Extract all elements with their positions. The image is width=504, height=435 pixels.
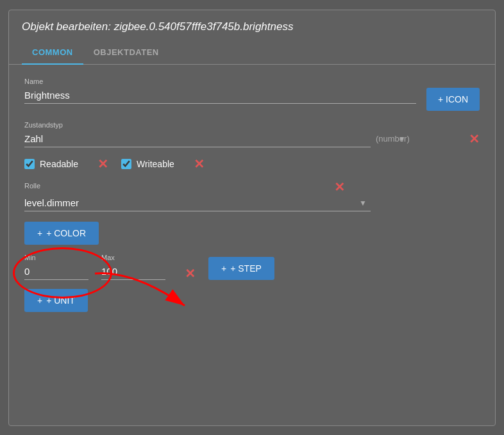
state-type-clear-icon[interactable]: ✕ (469, 133, 480, 145)
max-input[interactable] (101, 263, 165, 280)
readable-label: Readable (40, 159, 78, 169)
state-type-select-wrapper: Zahl Zeichenkette Boolean (number) ▼ (24, 131, 410, 147)
max-label: Max (101, 254, 165, 261)
step-plus-icon: + (221, 263, 226, 274)
title-prefix: Objekt bearbeiten: (22, 21, 114, 33)
tabs-container: COMMON OBJEKTDATEN (9, 41, 495, 65)
step-label: + STEP (230, 263, 262, 274)
tab-objektdaten[interactable]: OBJEKTDATEN (83, 41, 169, 64)
unit-btn-row: + + UNIT (24, 289, 480, 312)
color-plus-icon: + (37, 228, 42, 238)
max-field: Max (101, 254, 165, 280)
dialog-title: Objekt bearbeiten: zigbee.0.540f57fffe3f… (9, 10, 495, 41)
unit-button[interactable]: + + UNIT (24, 289, 88, 312)
role-clear-icon[interactable]: ✕ (334, 181, 345, 193)
state-type-row: Zustandstyp Zahl Zeichenkette Boolean (n… (24, 121, 480, 147)
color-label: + COLOR (46, 228, 86, 238)
tab-content: Name + ICON Zustandstyp Zahl Zeichenkett… (9, 65, 495, 334)
step-button[interactable]: + + STEP (208, 257, 274, 280)
writeable-checkbox[interactable] (121, 159, 131, 169)
role-row: Rolle ✕ level.dimmer switch indicator ▼ (24, 181, 480, 211)
color-btn-row: + + COLOR (24, 222, 480, 245)
role-header: Rolle ✕ (24, 181, 480, 193)
max-clear-icon[interactable]: ✕ (185, 267, 196, 280)
min-field: Min (24, 254, 88, 280)
min-input[interactable] (24, 263, 88, 280)
dialog: Objekt bearbeiten: zigbee.0.540f57fffe3f… (8, 10, 496, 426)
name-field-group: Name (24, 78, 416, 104)
min-max-row: Min Max ✕ + + STEP (24, 254, 480, 280)
checkbox-row: Readable ✕ Writeable ✕ (24, 158, 480, 170)
writeable-checkbox-item: Writeable (121, 159, 174, 169)
name-input[interactable] (24, 87, 416, 104)
unit-label: + UNIT (46, 295, 75, 306)
state-type-select[interactable]: Zahl Zeichenkette Boolean (24, 131, 371, 147)
name-row: Name + ICON (24, 78, 480, 111)
name-label: Name (24, 78, 416, 85)
icon-button[interactable]: + ICON (426, 88, 480, 111)
role-label: Rolle (24, 182, 40, 190)
readable-clear-icon[interactable]: ✕ (97, 158, 108, 170)
writeable-clear-icon[interactable]: ✕ (194, 158, 205, 170)
tab-common[interactable]: COMMON (22, 41, 83, 65)
role-select-wrapper: level.dimmer switch indicator ▼ (24, 195, 371, 211)
role-select[interactable]: level.dimmer switch indicator (24, 195, 371, 211)
unit-plus-icon: + (37, 295, 42, 306)
readable-checkbox[interactable] (24, 159, 35, 169)
color-button[interactable]: + + COLOR (24, 222, 99, 245)
title-object: zigbee.0.540f57fffe3f745b.brightness (114, 21, 294, 33)
state-type-hint: (number) (376, 134, 410, 144)
min-max-container: Min Max ✕ + + STEP (24, 254, 480, 280)
state-type-label: Zustandstyp (24, 121, 480, 129)
min-label: Min (24, 254, 88, 261)
readable-checkbox-item: Readable (24, 159, 78, 169)
writeable-label: Writeable (137, 159, 174, 169)
